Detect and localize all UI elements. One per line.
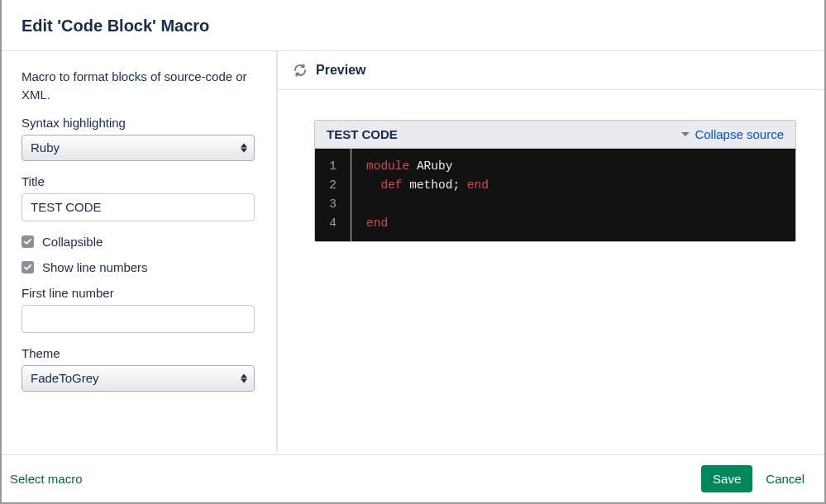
first-line-number-input[interactable] (21, 305, 255, 333)
theme-label: Theme (21, 346, 256, 360)
syntax-select[interactable]: Ruby (21, 135, 255, 161)
checkbox-checked-icon (21, 235, 34, 248)
syntax-select-value: Ruby (31, 140, 60, 155)
code-content: 1234 module ARuby def method; end end (315, 149, 795, 241)
show-line-numbers-label: Show line numbers (42, 260, 148, 274)
theme-select[interactable]: FadeToGrey (21, 365, 255, 392)
code-line: module ARuby (366, 157, 781, 176)
preview-body: TEST CODE Collapse source 1234 module AR… (278, 90, 824, 259)
code-block: TEST CODE Collapse source 1234 module AR… (314, 120, 796, 242)
preview-pane: Preview TEST CODE Collapse source 1234 m… (278, 51, 824, 451)
preview-title: Preview (316, 63, 365, 78)
line-number: 2 (315, 176, 351, 195)
select-macro-link[interactable]: Select macro (10, 472, 83, 486)
collapsible-field[interactable]: Collapsible (21, 235, 256, 249)
line-number: 4 (315, 214, 351, 233)
code-line: end (366, 214, 781, 233)
title-label: Title (21, 174, 256, 188)
line-number: 3 (315, 195, 351, 214)
refresh-icon[interactable] (293, 63, 308, 78)
syntax-field: Syntax highlighting Ruby (21, 116, 256, 161)
dialog-header: Edit 'Code Block' Macro (2, 0, 824, 50)
code-block-header: TEST CODE Collapse source (315, 121, 795, 149)
cancel-button[interactable]: Cancel (766, 472, 805, 486)
collapse-source-label: Collapse source (695, 127, 784, 141)
code-line (366, 195, 781, 214)
chevron-down-icon (681, 132, 690, 136)
footer-actions: Save Cancel (701, 465, 805, 492)
dialog-footer: Select macro Save Cancel (2, 454, 824, 502)
preview-header: Preview (278, 51, 824, 90)
chevron-updown-icon (241, 373, 247, 383)
save-button[interactable]: Save (701, 465, 752, 492)
theme-field: Theme FadeToGrey (21, 346, 256, 392)
first-line-number-field: First line number (21, 286, 256, 333)
line-number: 1 (315, 157, 351, 176)
code-block-title: TEST CODE (327, 127, 398, 141)
collapsible-label: Collapsible (42, 235, 103, 249)
syntax-label: Syntax highlighting (21, 116, 256, 130)
checkbox-checked-icon (21, 261, 34, 273)
line-number-gutter: 1234 (315, 149, 351, 241)
collapse-source-link[interactable]: Collapse source (681, 127, 784, 141)
chevron-updown-icon (241, 143, 247, 152)
title-input[interactable] (21, 193, 255, 221)
theme-select-value: FadeToGrey (31, 371, 99, 385)
first-line-number-label: First line number (21, 286, 256, 300)
macro-config-sidebar: Macro to format blocks of source-code or… (2, 51, 278, 451)
macro-description: Macro to format blocks of source-code or… (21, 68, 256, 104)
code-lines: module ARuby def method; end end (351, 149, 795, 241)
show-line-numbers-field[interactable]: Show line numbers (21, 260, 256, 274)
dialog-title: Edit 'Code Block' Macro (21, 17, 805, 36)
code-line: def method; end (366, 176, 781, 195)
title-field: Title (21, 174, 256, 221)
